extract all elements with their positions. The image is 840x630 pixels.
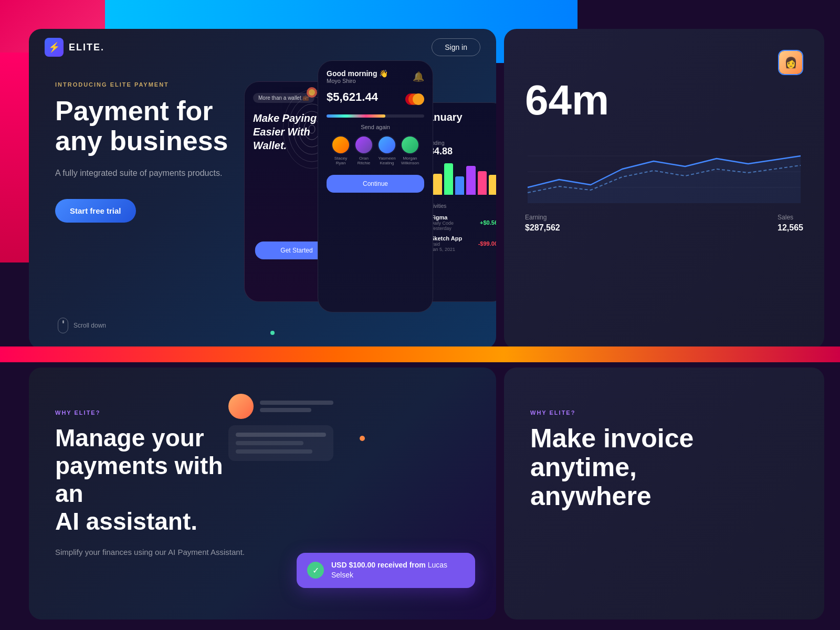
bar-item (455, 176, 464, 195)
phones-container: More than a wallet 💼 Make Paying Easier … (234, 39, 496, 344)
payment-notification: ✓ USD $100.00 received from Lucas Selsek (297, 553, 475, 588)
hero-panel: ⚡ ELITE. Sign in INTRODUCING ELITE PAYME… (29, 29, 496, 349)
progress-bar (327, 114, 424, 118)
right-top-inner: 👩 64m Earning $287,562 (504, 29, 824, 259)
avatars-row: StaceyRyan OranRitchie YasmeenKeating Mo… (327, 135, 424, 165)
figma-amount: +$0.56 (480, 219, 496, 226)
send-again-label: Send again (327, 124, 424, 130)
figma-sub: Daily CodeYesterday (430, 220, 480, 231)
why-label-right: WHY ELITE? (530, 410, 798, 416)
scroll-dot (62, 320, 64, 323)
scroll-icon (58, 318, 68, 333)
greeting-text: Good morning 👋 (327, 69, 388, 78)
avatar-item-1: StaceyRyan (331, 135, 350, 165)
bg-divider (0, 346, 840, 362)
greeting-name: Moyo Shiro (327, 78, 388, 84)
sales-value: 12,565 (778, 223, 803, 233)
notification-text: USD $100.00 received from Lucas Selsek (331, 560, 465, 581)
avatar-c (377, 135, 396, 154)
introducing-label: INTRODUCING ELITE PAYMENT (55, 81, 255, 88)
bar-item (466, 166, 475, 195)
logo-text: ELITE. (69, 42, 104, 53)
start-trial-button[interactable]: Start free trial (55, 199, 136, 223)
hero-content: INTRODUCING ELITE PAYMENT Payment for an… (55, 81, 255, 223)
phone-center-header: Good morning 👋 Moyo Shiro 🔔 (327, 69, 424, 84)
illus-profile (228, 394, 333, 419)
bar-item (478, 171, 487, 195)
illus-line-2 (260, 408, 311, 412)
bell-icon: 🔔 (413, 71, 424, 82)
user-avatar: 👩 (778, 50, 803, 75)
notification-amount: USD $100.00 received from (331, 561, 426, 569)
progress-fill (327, 114, 385, 118)
sketch-info: Sketch App PaidJan 5, 2021 (430, 235, 478, 252)
logo-icon: ⚡ (45, 38, 64, 57)
check-icon: ✓ (307, 562, 324, 579)
illus-lines (260, 401, 333, 412)
bottom-right-content: WHY ELITE? Make invoice anytime, anywher… (504, 368, 824, 553)
earning-value: $287,562 (525, 223, 560, 233)
illus-line-1 (260, 401, 333, 405)
bar-item (489, 175, 496, 195)
why-label-left: WHY ELITE? (55, 410, 255, 416)
right-panel-top: 👩 64m Earning $287,562 (504, 29, 824, 349)
navbar: ⚡ ELITE. Sign in (29, 29, 496, 66)
bg-blob-mid (0, 52, 32, 262)
avatar-label-3: YasmeenKeating (377, 156, 396, 165)
illus-card-line-3 (236, 449, 312, 454)
illus-card-line-1 (236, 433, 326, 437)
avatar-a (331, 135, 350, 154)
svg-point-7 (309, 89, 315, 96)
bottom-hero-title: Manage your payments with an AI assistan… (55, 424, 255, 536)
chart-labels: Earning $287,562 Sales 12,565 (525, 214, 803, 233)
mastercard-icon (405, 93, 424, 105)
figma-info: Figma Daily CodeYesterday (430, 214, 480, 231)
illus-card-line-2 (236, 441, 303, 445)
big-number: 64m (525, 76, 803, 124)
avatar-item-3: YasmeenKeating (377, 135, 396, 165)
bar-item (444, 163, 453, 195)
bottom-right-panel: WHY ELITE? Make invoice anytime, anywher… (504, 368, 824, 620)
scroll-down: Scroll down (58, 318, 106, 333)
center-amount: $5,621.44 (327, 90, 378, 104)
hero-subtitle: A fully integrated suite of payments pro… (55, 166, 255, 180)
amount-row: $5,621.44 (327, 90, 424, 108)
avatar-label-1: StaceyRyan (331, 156, 350, 165)
figma-name: Figma (430, 214, 480, 220)
center-illustration (228, 394, 333, 578)
avatar-image: 👩 (779, 51, 802, 74)
phone-center: Good morning 👋 Moyo Shiro 🔔 $5,621.44 (318, 60, 433, 312)
bottom-hero-subtitle: Simplify your finances using our AI Paym… (55, 546, 255, 559)
earning-label: Earning (525, 214, 560, 221)
illus-card (228, 425, 333, 461)
bottom-right-title: Make invoice anytime, anywhere (530, 424, 798, 511)
sketch-amount: -$99.00 (478, 240, 496, 247)
sketch-sub: PaidJan 5, 2021 (430, 242, 478, 252)
svg-point-5 (309, 125, 315, 133)
hero-title: Payment for any business (55, 96, 255, 156)
continue-button[interactable]: Continue (327, 175, 424, 193)
avatar-d (401, 135, 419, 154)
avatar-label-2: OranRitchie (354, 156, 373, 165)
earning-stat: Earning $287,562 (525, 214, 560, 233)
sign-in-button[interactable]: Sign in (432, 38, 480, 56)
bottom-left-panel: WHY ELITE? Manage your payments with an … (29, 368, 496, 620)
lightning-icon: ⚡ (48, 41, 60, 53)
sales-stat: Sales 12,565 (778, 214, 803, 233)
bar-item (433, 174, 442, 195)
avatar-item-2: OranRitchie (354, 135, 373, 165)
bottom-hero-content: WHY ELITE? Manage your payments with an … (55, 410, 255, 559)
illus-dot (360, 436, 365, 441)
line-chart (525, 140, 803, 203)
phone-center-content: Good morning 👋 Moyo Shiro 🔔 $5,621.44 (318, 61, 433, 201)
illus-avatar (228, 394, 254, 419)
avatar-item-4: MorganWilkinson (401, 135, 419, 165)
sketch-name: Sketch App (430, 235, 478, 242)
sales-label: Sales (778, 214, 803, 221)
logo: ⚡ ELITE. (45, 38, 104, 57)
avatar-b (354, 135, 373, 154)
avatar-label-4: MorganWilkinson (401, 156, 419, 165)
line-chart-svg (525, 140, 803, 203)
scroll-label: Scroll down (74, 322, 106, 329)
